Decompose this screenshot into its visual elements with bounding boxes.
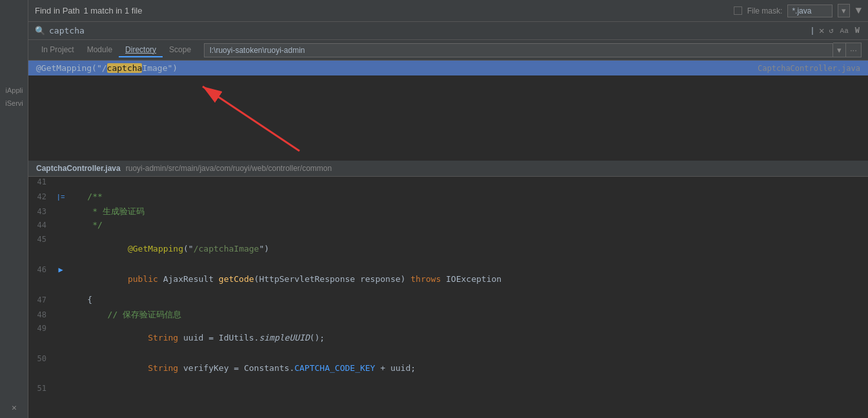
file-mask-label: File mask: [747, 6, 783, 15]
search-input-display[interactable]: captcha [49, 26, 810, 35]
result-highlight: captcha [107, 63, 143, 73]
find-in-path-bar: Find in Path 1 match in 1 file File mask… [28, 0, 868, 22]
path-dropdown-button[interactable]: ▾ [833, 43, 846, 57]
line-num-47: 47 [28, 295, 54, 304]
line-content-42: /** [67, 192, 868, 201]
code-line-41: 41 [28, 177, 868, 191]
code-line-46: 46 ▶ public AjaxResult getCode(HttpServl… [28, 264, 868, 294]
line-num-51: 51 [28, 384, 54, 393]
result-text: @GetMapping("/captchaImage") [36, 63, 177, 73]
code-line-50: 50 String verifyKey = Constants.CAPTCHA_… [28, 353, 868, 383]
search-row: 🔍 captcha| ✕ ↺ Aa W [28, 22, 868, 40]
find-in-path-title: Find in Path [35, 6, 79, 15]
refresh-button[interactable]: ↺ [827, 25, 835, 36]
code-line-51: 51 [28, 383, 868, 397]
file-mask-dropdown[interactable]: ▾ [838, 4, 850, 17]
line-gutter-46: ▶ [54, 265, 67, 275]
directory-path-input[interactable] [204, 43, 833, 57]
line-num-42: 42 [28, 192, 54, 201]
code-filename: CaptchaController.java [36, 164, 121, 173]
search-icon: 🔍 [35, 26, 45, 36]
tabs-row: In Project Module Directory Scope ▾ ··· [28, 40, 868, 61]
line-content-43: * 生成验证码 [67, 206, 868, 217]
result-text-before: @GetMapping("/ [36, 63, 107, 73]
find-bar-right: File mask: ▾ ▼ [734, 4, 862, 17]
code-line-45: 45 @GetMapping("/captchaImage") [28, 234, 868, 264]
line-content-49: String uuid = IdUtils.simpleUUID(); [67, 323, 868, 352]
sidebar-item-servi[interactable]: iServi [0, 97, 28, 110]
code-line-42: 42 |= /** [28, 191, 868, 205]
result-text-after: Image") [142, 63, 177, 73]
match-case-button[interactable]: Aa [838, 26, 851, 35]
code-view-header: CaptchaController.java ruoyi-admin/src/m… [28, 161, 868, 177]
tab-module[interactable]: Module [81, 43, 119, 57]
tab-directory[interactable]: Directory [119, 43, 163, 57]
sidebar-close[interactable]: ✕ [0, 397, 28, 418]
file-mask-input[interactable] [787, 5, 833, 17]
result-row[interactable]: @GetMapping("/captchaImage") CaptchaCont… [28, 61, 868, 75]
svg-line-1 [203, 86, 299, 151]
line-content-47: { [67, 295, 868, 304]
result-filename: CaptchaController.java [758, 64, 860, 73]
code-line-47: 47 { [28, 294, 868, 308]
sidebar: iAppli iServi ✕ [0, 0, 28, 418]
line-num-50: 50 [28, 354, 54, 363]
match-count: 1 match in 1 file [83, 6, 142, 15]
line-num-49: 49 [28, 324, 54, 333]
breakpoint-icon-42: |= [56, 194, 65, 201]
directory-path-row: ▾ ··· [204, 43, 862, 57]
line-num-43: 43 [28, 207, 54, 216]
sidebar-item-appli[interactable]: iAppli [0, 84, 28, 97]
path-more-button[interactable]: ··· [846, 43, 862, 57]
line-num-41: 41 [28, 177, 54, 186]
line-content-48: // 保存验证码信息 [67, 309, 868, 321]
code-line-48: 48 // 保存验证码信息 [28, 308, 868, 323]
line-num-45: 45 [28, 235, 54, 244]
line-content-44: */ [67, 220, 868, 230]
line-num-48: 48 [28, 310, 54, 319]
main-content: Find in Path 1 match in 1 file File mask… [28, 0, 868, 418]
tab-in-project[interactable]: In Project [35, 43, 81, 57]
line-num-44: 44 [28, 221, 54, 230]
run-icon-46[interactable]: ▶ [58, 265, 63, 275]
red-arrow-overlay [28, 61, 868, 161]
code-area[interactable]: 41 42 |= /** 43 * 生成验证码 44 */ 45 [28, 177, 868, 418]
filter-icon[interactable]: ▼ [855, 5, 862, 17]
whole-word-button[interactable]: W [853, 26, 862, 36]
line-gutter-42: |= [54, 194, 67, 201]
line-num-46: 46 [28, 265, 54, 274]
line-content-45: @GetMapping("/captchaImage") [67, 234, 868, 263]
tab-scope[interactable]: Scope [163, 43, 197, 57]
results-area: @GetMapping("/captchaImage") CaptchaCont… [28, 61, 868, 161]
search-actions: ✕ ↺ Aa W [819, 25, 862, 36]
code-line-44: 44 */ [28, 219, 868, 234]
clear-search-button[interactable]: ✕ [819, 25, 824, 36]
code-line-43: 43 * 生成验证码 [28, 205, 868, 219]
line-content-50: String verifyKey = Constants.CAPTCHA_COD… [67, 353, 868, 383]
line-content-46: public AjaxResult getCode(HttpServletRes… [67, 264, 868, 294]
code-line-49: 49 String uuid = IdUtils.simpleUUID(); [28, 323, 868, 353]
file-mask-checkbox[interactable] [734, 6, 742, 15]
code-filepath: ruoyi-admin/src/main/java/com/ruoyi/web/… [126, 164, 332, 173]
